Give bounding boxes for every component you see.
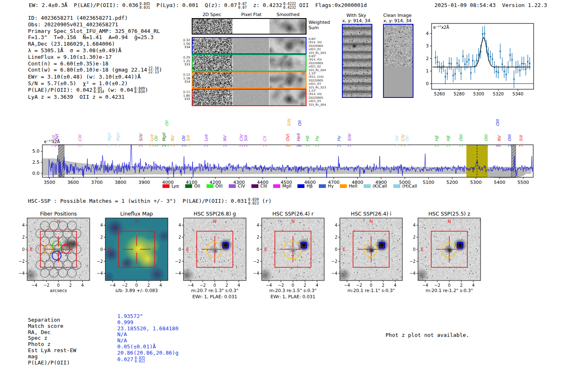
svg-text:−2: −2 (434, 283, 440, 288)
legend-label: CIV (238, 183, 245, 188)
svg-text:NV: NV (170, 135, 175, 141)
svg-text:OIII: OIII (495, 119, 500, 126)
spec2d-row-right-labels: 1.21"(914, 43)20220905v021_03325_RL_004 (309, 89, 327, 107)
clean-image (383, 24, 413, 98)
svg-text:5320: 5320 (493, 91, 504, 96)
legend-swatch (364, 184, 371, 188)
svg-text:4: 4 (22, 223, 25, 227)
svg-text:N: N (291, 219, 295, 224)
svg-text:s/b: 3.89 +/- 0.083: s/b: 3.89 +/- 0.083 (115, 288, 158, 293)
svg-text:2: 2 (335, 235, 337, 239)
svg-text:2: 2 (179, 235, 181, 239)
svg-text:2: 2 (69, 283, 72, 288)
svg-text:MgII: MgII (116, 132, 121, 141)
svg-text:m:20.7 re:1.3" s:0.3": m:20.7 re:1.3" s:0.3" (191, 288, 238, 293)
svg-text:EWr: 1, PLAE: 0.031: EWr: 1, PLAE: 0.031 (270, 294, 315, 299)
svg-text:OII: OII (395, 135, 399, 141)
svg-text:−2: −2 (278, 283, 284, 288)
legend-item: HeII (340, 183, 358, 188)
match-row-value: 0.999 (117, 320, 179, 326)
legend-swatch (229, 184, 236, 188)
svg-text:N: N (213, 219, 216, 224)
svg-text:4: 4 (335, 223, 337, 227)
svg-text:m:20.1 re:1.1" s:0.3": m:20.1 re:1.1" s:0.3" (347, 288, 395, 293)
svg-text:2: 2 (304, 283, 306, 288)
svg-text:0: 0 (135, 283, 138, 288)
svg-text:4: 4 (81, 283, 84, 288)
svg-text:4: 4 (316, 283, 318, 288)
svg-text:0: 0 (413, 247, 416, 252)
match-row-value: 20.86(20.86,20.86)g (117, 350, 179, 356)
spec2d-row-right-labels: 0.85"(914, 34)20220905v021_01325_RL_003 (309, 37, 327, 55)
match-row-label: Spec z (28, 335, 76, 341)
legend-swatch (251, 184, 258, 188)
legend-label: (H)CaII (402, 183, 417, 188)
svg-text:0: 0 (292, 283, 294, 288)
svg-text:5300: 5300 (473, 91, 484, 96)
svg-text:5280: 5280 (453, 91, 465, 96)
spec2d-row-left-labels: 0.321.56334 (179, 39, 190, 49)
svg-text:Hδ: Hδ (305, 135, 310, 141)
svg-text:Lyα: Lyα (149, 134, 154, 141)
timestamp-version: 2025-01-09 08:54:43 Version 1.22.3 (434, 2, 547, 8)
svg-text:OII: OII (165, 120, 169, 126)
info-line: Cont(w) = 6.80(±0.10)e-18 (gmag 22.1422.… (28, 67, 162, 74)
sky-panel-title: With Sky (346, 13, 366, 18)
svg-text:2: 2 (460, 283, 462, 288)
spec2d-col-title: Smoothed (276, 12, 300, 17)
svg-text:CII: CII (262, 136, 267, 141)
svg-text:2: 2 (225, 283, 228, 288)
svg-text:2: 2 (22, 235, 25, 239)
svg-text:2.5: 2.5 (33, 160, 40, 165)
spec2d-row-strip (192, 37, 307, 54)
svg-text:Hβ: Hβ (434, 135, 439, 141)
svg-text:arcsecs: arcsecs (50, 288, 67, 293)
cutout-axes-2: 442200−2−2−4−4NEm:20.7 re:1.3" s:0.3"EWr… (170, 208, 260, 304)
legend-label: (K)CaII (373, 183, 387, 188)
svg-text:−4: −4 (97, 271, 103, 276)
svg-text:0: 0 (100, 247, 103, 252)
legend-item: CIII (251, 183, 267, 188)
svg-text:5200: 5200 (446, 180, 458, 185)
svg-text:MgII: MgII (162, 132, 167, 141)
legend-item: OIII (207, 183, 223, 188)
svg-text:SiII: SiII (186, 135, 190, 141)
line-fit-plot: 5260528053005320534001234e⁻¹⁷x2Å (420, 16, 572, 101)
svg-text:−2: −2 (253, 259, 259, 264)
svg-text:CIII: CIII (78, 135, 82, 141)
legend-item: Hγ (319, 183, 334, 188)
svg-text:Hβ: Hβ (446, 135, 451, 141)
svg-text:4: 4 (237, 283, 240, 288)
info-line: Primary Spec_Slot_IFU_AMP: 325_076_044_R… (28, 28, 162, 35)
legend-swatch (185, 184, 192, 188)
spec2d-row-strip (192, 72, 307, 89)
svg-text:−4: −4 (253, 271, 259, 276)
svg-text:−4: −4 (31, 283, 37, 288)
svg-text:OIII: OIII (459, 134, 463, 141)
spec2d-row-strip (192, 89, 307, 106)
svg-text:OII: OII (181, 135, 186, 141)
svg-text:−2: −2 (175, 259, 181, 264)
match-row-label: P(LAE)/P(OII) (28, 360, 76, 366)
info-line: LineFlux = 9.10(±1.30)e-17 (28, 54, 162, 60)
svg-text:N: N (135, 219, 138, 224)
info-line: S/N = 5.7(±0.5) χ² = 1.0(±0.2) (28, 80, 162, 87)
svg-text:OII: OII (154, 135, 158, 141)
svg-text:4: 4 (257, 223, 259, 227)
svg-text:5340: 5340 (512, 91, 523, 96)
svg-text:NV: NV (223, 135, 227, 141)
svg-text:OII: OII (297, 120, 302, 126)
match-row-value: 1.93572" (117, 313, 179, 320)
svg-text:0: 0 (426, 81, 429, 86)
match-row-value: N/A (117, 332, 179, 338)
info-line: Obs: 20220905v021_4023658271 (28, 21, 162, 28)
svg-text:4: 4 (413, 223, 416, 227)
svg-text:m:20.1 re:1.2" s:0.3": m:20.1 re:1.2" s:0.3" (425, 288, 473, 293)
svg-text:2: 2 (100, 235, 103, 239)
svg-text:−2: −2 (121, 283, 128, 288)
svg-text:5400: 5400 (494, 180, 505, 185)
sky-panel-subtitle: x, y: 914, 34 (383, 18, 411, 23)
legend-label: Hβ (307, 183, 313, 188)
legend-swatch (393, 184, 400, 188)
match-row-label: Match score (28, 323, 76, 329)
